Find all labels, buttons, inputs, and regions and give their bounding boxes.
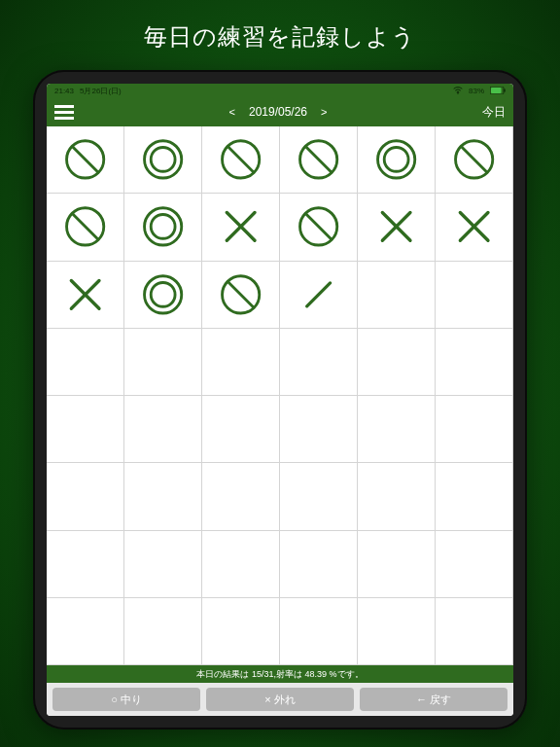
line-mark-icon — [292, 271, 345, 318]
double-mark-icon — [136, 271, 190, 318]
grid-cell[interactable] — [436, 262, 513, 329]
grid-cell[interactable] — [358, 329, 436, 396]
svg-point-0 — [457, 92, 459, 94]
svg-line-23 — [305, 214, 332, 240]
grid-cell[interactable] — [280, 598, 358, 665]
grid-cell[interactable] — [202, 329, 280, 396]
grid-cell[interactable] — [124, 463, 202, 530]
menu-icon[interactable] — [54, 105, 74, 120]
battery-icon — [490, 87, 506, 94]
svg-line-17 — [72, 214, 98, 240]
grid-cell[interactable] — [358, 598, 436, 665]
double-mark-icon — [369, 136, 423, 183]
grid-cell[interactable] — [202, 194, 280, 261]
grid-cell[interactable] — [358, 531, 436, 598]
grid-cell[interactable] — [47, 194, 124, 261]
grid-cell[interactable] — [436, 126, 513, 194]
screen: 21:43 5月26日(日) 83% < 2019/05/26 > — [47, 84, 513, 716]
button-bar: ○ 中り × 外れ ← 戻す — [47, 683, 513, 716]
grid-cell[interactable] — [280, 396, 358, 463]
nav-bar: < 2019/05/26 > 今日 — [47, 97, 513, 126]
grid-cell[interactable] — [280, 463, 358, 530]
result-bar: 本日の結果は 15/31,射率は 48.39 %です。 — [47, 665, 513, 683]
prev-day-button[interactable]: < — [229, 106, 235, 118]
svg-point-31 — [151, 282, 175, 306]
grid-cell[interactable] — [436, 598, 513, 665]
grid-cell[interactable] — [436, 531, 513, 598]
next-day-button[interactable]: > — [321, 106, 327, 118]
grid-cell[interactable] — [280, 531, 358, 598]
grid-cell[interactable] — [124, 126, 202, 194]
grid-cell[interactable] — [202, 598, 280, 665]
grid-cell[interactable] — [47, 463, 124, 530]
x-mark-icon — [214, 203, 267, 250]
grid-cell[interactable] — [124, 329, 202, 396]
svg-line-5 — [72, 147, 98, 173]
grid-cell[interactable] — [202, 463, 280, 530]
grid-cell[interactable] — [280, 126, 358, 194]
grid-cell[interactable] — [358, 463, 436, 530]
x-mark-icon — [369, 203, 423, 250]
grid-cell[interactable] — [202, 126, 280, 194]
today-button[interactable]: 今日 — [482, 104, 506, 121]
wifi-icon — [453, 87, 463, 94]
svg-rect-3 — [504, 89, 505, 91]
grid-cell[interactable] — [280, 194, 358, 261]
svg-point-7 — [151, 148, 175, 172]
grid-cell[interactable] — [124, 598, 202, 665]
grid-cell[interactable] — [202, 396, 280, 463]
grid-cell[interactable] — [280, 329, 358, 396]
status-date: 5月26日(日) — [80, 86, 122, 96]
svg-line-11 — [305, 147, 332, 173]
grid-cell[interactable] — [436, 463, 513, 530]
grid-cell[interactable] — [358, 262, 436, 329]
grid-cell[interactable] — [124, 194, 202, 261]
grid-cell[interactable] — [358, 396, 436, 463]
x-mark-icon — [58, 271, 112, 318]
slash-mark-icon — [292, 203, 345, 250]
svg-line-15 — [461, 147, 487, 173]
svg-point-13 — [384, 148, 408, 172]
status-bar: 21:43 5月26日(日) 83% — [47, 84, 513, 97]
practice-grid — [47, 126, 513, 665]
grid-cell[interactable] — [202, 262, 280, 329]
grid-cell[interactable] — [436, 194, 513, 261]
slash-mark-icon — [214, 271, 267, 318]
status-time: 21:43 — [54, 87, 74, 95]
grid-cell[interactable] — [47, 262, 124, 329]
svg-line-34 — [307, 283, 331, 306]
grid-cell[interactable] — [358, 126, 436, 194]
grid-cell[interactable] — [47, 396, 124, 463]
grid-cell[interactable] — [436, 396, 513, 463]
svg-point-19 — [151, 215, 175, 239]
slash-mark-icon — [58, 203, 112, 250]
undo-button[interactable]: ← 戻す — [360, 688, 508, 711]
svg-line-9 — [228, 147, 254, 173]
hit-button[interactable]: ○ 中り — [52, 688, 200, 711]
grid-cell[interactable] — [47, 531, 124, 598]
double-mark-icon — [136, 203, 190, 250]
grid-cell[interactable] — [436, 329, 513, 396]
page-headline: 毎日の練習を記録しよう — [144, 21, 416, 53]
tablet-frame: 21:43 5月26日(日) 83% < 2019/05/26 > — [33, 70, 527, 729]
grid-cell[interactable] — [280, 262, 358, 329]
grid-cell[interactable] — [47, 598, 124, 665]
grid-cell[interactable] — [358, 194, 436, 261]
date-selector: < 2019/05/26 > — [229, 105, 328, 119]
grid-cell[interactable] — [124, 531, 202, 598]
grid-cell[interactable] — [202, 531, 280, 598]
slash-mark-icon — [292, 136, 345, 183]
grid-cell[interactable] — [124, 396, 202, 463]
svg-rect-2 — [491, 88, 502, 93]
grid-cell[interactable] — [124, 262, 202, 329]
grid-cell[interactable] — [47, 329, 124, 396]
double-mark-icon — [136, 136, 190, 183]
slash-mark-icon — [447, 136, 501, 183]
svg-line-33 — [228, 281, 254, 307]
grid-cell[interactable] — [47, 126, 124, 194]
slash-mark-icon — [214, 136, 267, 183]
miss-button[interactable]: × 外れ — [206, 688, 354, 711]
battery-text: 83% — [469, 87, 484, 95]
nav-date[interactable]: 2019/05/26 — [249, 105, 307, 119]
slash-mark-icon — [58, 136, 112, 183]
